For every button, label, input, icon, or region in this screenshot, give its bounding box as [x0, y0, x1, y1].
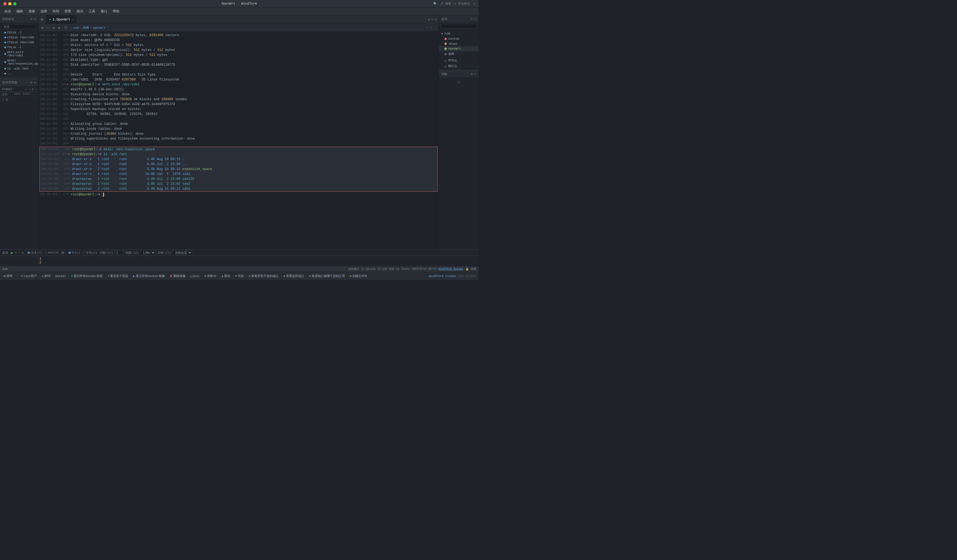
taskbar-check-port-process[interactable]: ⊕ 检查端口被哪个进程占用: [307, 273, 347, 279]
tab-menu-icon[interactable]: ≡: [435, 18, 437, 21]
session-openwrt[interactable]: OpenWrt: [439, 46, 478, 51]
send-add-btn[interactable]: +: [15, 251, 17, 254]
menu-window[interactable]: 窗口: [98, 8, 109, 14]
menu-goto[interactable]: 转到: [51, 8, 61, 14]
sessions-close-icon[interactable]: ✕: [474, 17, 476, 21]
toolbar-minimize-icon[interactable]: ⊟: [52, 26, 56, 30]
transfer-settings-icon[interactable]: ⚙: [471, 72, 473, 76]
radio-line[interactable]: 行(L): [68, 251, 80, 255]
statusbar: 就绪 远程模式 行 33×129 行 178 字符 28 linux 2023/…: [0, 266, 478, 272]
interval-select[interactable]: 1.00s: [141, 250, 155, 255]
status-left: 就绪: [2, 267, 8, 271]
history-item[interactable]: cfdisk /dev/sdb: [0, 40, 38, 45]
channel-btn[interactable]: 户 频道: [441, 2, 452, 6]
menu-search[interactable]: 搜索: [26, 8, 37, 14]
lock-icon[interactable]: 🔒: [465, 267, 469, 271]
taskbar-show-images[interactable]: ▶ 显示所有docker镜像: [131, 273, 166, 279]
menu-view[interactable]: 查看: [62, 8, 73, 14]
toolbar-info-icon[interactable]: ⓘ: [63, 25, 68, 30]
new-tab-button[interactable]: ⊞: [38, 16, 46, 24]
status-ready: 就绪: [2, 267, 8, 271]
windterm-issues[interactable]: WindTerm Issues: [439, 267, 463, 270]
menu-select[interactable]: 选择: [38, 8, 49, 14]
toolbar-nav-back[interactable]: ‹: [427, 26, 429, 30]
taskbar-docker[interactable]: Docker: [54, 274, 68, 278]
toolbar-split-icon[interactable]: ⊞: [41, 26, 44, 30]
history-item[interactable]: ls -alh /mnt: [0, 66, 38, 71]
session-centos[interactable]: CentOS: [439, 36, 478, 41]
maximize-button[interactable]: [13, 2, 16, 5]
taskbar-show-containers[interactable]: ● 显示所有docker容器: [69, 273, 104, 279]
session-menghuan[interactable]: ☁ 萌幻云: [439, 63, 478, 69]
toolbar-run-icon[interactable]: ▸: [46, 26, 51, 30]
history-pin-icon[interactable]: ⊙: [31, 17, 33, 21]
toolbar-play-icon[interactable]: ▶: [57, 26, 62, 30]
history-close-icon[interactable]: ✕: [34, 17, 36, 21]
taskbar-root-user[interactable]: ⌘ root用户: [19, 273, 38, 279]
file-nav-up[interactable]: ↑: [29, 88, 31, 91]
transfer-close-icon[interactable]: ✕: [474, 72, 476, 76]
network-group-header[interactable]: ▼ 内网: [439, 31, 478, 36]
focus-mode-btn[interactable]: ⊙ 专注模式: [455, 2, 470, 6]
session-qunhui[interactable]: 群晖: [439, 51, 478, 57]
taskbar-password[interactable]: ★ 密码: [40, 273, 52, 279]
taskbar-listen-ports[interactable]: ⊕ 查看监听端口: [282, 273, 306, 279]
send-minus-btn[interactable]: −: [18, 251, 20, 254]
file-nav-back[interactable]: ←: [26, 88, 28, 91]
tab-add-icon[interactable]: +: [431, 18, 433, 21]
target-select[interactable]: 当前会话: [173, 250, 192, 255]
menu-mode[interactable]: 模式: [74, 8, 85, 14]
session-huawei[interactable]: ☁ 华为云: [439, 57, 478, 63]
menu-tools[interactable]: 工具: [87, 8, 98, 14]
taskbar-create-folder[interactable]: ⊕ 创建文件夹: [348, 273, 369, 279]
count-input[interactable]: [115, 251, 123, 255]
breadcrumb-ssh[interactable]: ssh: [73, 26, 79, 30]
taskbar-delete-image[interactable]: 🗑 删除镜像: [168, 273, 187, 279]
taskbar-restart-container[interactable]: + 重启某个容器: [106, 273, 130, 279]
taskbar-shutdown[interactable]: ⌘ 关机: [234, 273, 246, 279]
history-item[interactable]: fdisk -l: [0, 30, 38, 35]
radio-text[interactable]: 文本(T): [27, 251, 43, 255]
sessions-search-input[interactable]: [441, 24, 477, 29]
history-item[interactable]: ...: [0, 71, 38, 76]
menubar: 会话 编辑 搜索 选择 转到 查看 模式 工具 窗口 帮助: [0, 8, 478, 15]
close-button[interactable]: [3, 2, 6, 5]
taskbar-show-ip[interactable]: ⊕ 查看IP: [203, 273, 218, 279]
history-item[interactable]: mkfs.ext4 /dev/sdb1: [0, 50, 38, 58]
tab-openwrt[interactable]: ● 1.OpenWrt ✕: [46, 15, 77, 24]
file-col-name: 名称: [2, 93, 14, 96]
taskbar-restart[interactable]: ★ 重启: [220, 273, 232, 279]
history-item[interactable]: mkdir /mnt/expansion_space: [0, 58, 38, 66]
chevron-down-icon: ▼: [441, 32, 443, 36]
file-manager-pin-icon[interactable]: ⊙: [31, 81, 33, 84]
send-close-btn[interactable]: ✕: [22, 251, 24, 254]
taskbar-qunhui[interactable]: ⊞ 群晖: [2, 273, 14, 279]
radio-char[interactable]: 字符(C): [82, 251, 98, 255]
titlebar: OpenWrt - WindTerm 🔍 户 频道 ⊙ 专注模式 ✕: [0, 0, 478, 8]
history-item[interactable]: fdisk -l: [0, 45, 38, 50]
minimize-button[interactable]: [8, 2, 11, 5]
menu-edit[interactable]: 编辑: [14, 8, 25, 14]
search-icon[interactable]: 🔍: [433, 2, 437, 5]
send-play-btn[interactable]: ▶: [11, 251, 13, 255]
breadcrumb-openwrt[interactable]: openwrt: [93, 26, 106, 30]
file-nav-forward[interactable]: →: [35, 88, 36, 91]
terminal-content[interactable]: [09:13:35] 146 Disk /dev/sdb: 3 GiB, 322…: [38, 32, 439, 249]
breadcrumb-intranet[interactable]: 内网: [83, 26, 89, 30]
menu-session[interactable]: 会话: [2, 8, 13, 14]
toolbar-nav-forward[interactable]: ›: [430, 26, 432, 30]
sessions-pin-icon[interactable]: ⊙: [471, 17, 473, 21]
session-ikuai[interactable]: iKuai: [439, 41, 478, 46]
taskbar-linux[interactable]: Linux: [189, 274, 201, 278]
menu-help[interactable]: 帮助: [111, 8, 122, 14]
history-item[interactable]: cfdisk /dev/sdb: [0, 35, 38, 40]
toolbar-more[interactable]: ⋮: [434, 26, 437, 30]
history-search-input[interactable]: [2, 24, 36, 29]
file-nav-refresh[interactable]: ↺: [32, 87, 34, 91]
tab-close-icon[interactable]: ✕: [72, 18, 74, 21]
radio-hex[interactable]: Hex(H): [44, 251, 59, 254]
file-manager-close-icon[interactable]: ✕: [34, 81, 36, 84]
taskbar-open-ports[interactable]: ⊕ 查看所有开放的端口: [247, 273, 280, 279]
window-close-icon[interactable]: ✕: [473, 2, 475, 5]
term-line: [09:15:49] 172 drwxr-xr-x 1 root root 3.…: [40, 162, 437, 167]
